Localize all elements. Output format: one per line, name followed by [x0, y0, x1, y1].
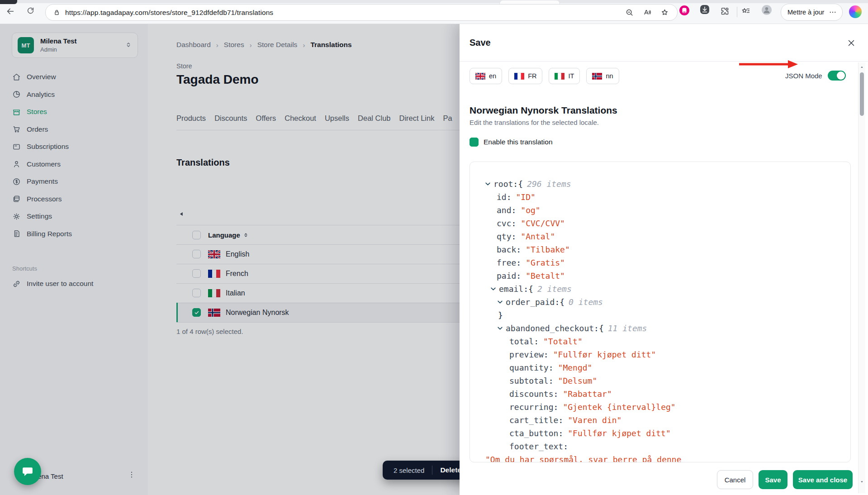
json-key: preview [509, 348, 544, 361]
locale-chip-fr[interactable]: FR [508, 68, 542, 84]
uk-flag-icon [475, 73, 485, 80]
translations-drawer: Save en FR IT nn JSON Mode [460, 24, 868, 495]
json-key: qty [497, 230, 512, 243]
json-key: and [497, 204, 512, 217]
annotation-arrow [738, 59, 799, 69]
tab-strip [0, 0, 868, 3]
json-key: total [509, 335, 534, 348]
toolbar-divider [737, 7, 737, 17]
json-key: email [499, 282, 523, 295]
json-value: "CVC/CVV" [521, 217, 565, 230]
browser-toolbar: https://app.tagadapay.com/stores/store_9… [0, 0, 868, 24]
locale-chips: en FR IT nn [470, 68, 619, 84]
json-tree-line: back: "Tilbake" [481, 243, 681, 256]
refresh-icon[interactable] [26, 6, 35, 15]
json-tree-line: cvc: "CVC/CVV" [481, 217, 681, 230]
more-options-icon[interactable] [829, 8, 837, 16]
json-tree-line: abandoned_checkout:{ 11 items [481, 322, 681, 335]
json-key: abandoned_checkout [506, 322, 594, 335]
scroll-down-icon[interactable] [860, 480, 864, 484]
locale-chip-it[interactable]: IT [549, 68, 580, 84]
scroll-up-icon[interactable] [860, 65, 864, 69]
toggle-knob [837, 71, 845, 80]
copilot-icon[interactable] [849, 5, 862, 18]
drawer-title: Save [470, 38, 491, 48]
locale-code: en [489, 72, 496, 80]
panel-scrollbar[interactable] [858, 62, 865, 493]
save-and-close-button[interactable]: Save and close [793, 470, 853, 489]
json-tree-line: cta_button: "Fullfør kjøpet ditt" [481, 427, 681, 440]
browser-update-button[interactable]: Mettre à jour [781, 4, 843, 21]
json-tree-line: id: "ID" [481, 190, 681, 204]
cancel-button[interactable]: Cancel [717, 470, 753, 489]
json-value: "Rabattar" [563, 387, 612, 400]
enable-translation-label: Enable this translation [484, 138, 553, 146]
zoom-out-icon[interactable] [625, 8, 634, 17]
json-tree-line: free: "Gratis" [481, 256, 681, 269]
lock-icon[interactable] [53, 9, 61, 16]
json-close-brace: } [498, 309, 503, 322]
tree-collapse-icon[interactable] [484, 181, 491, 187]
json-item-count: 2 items [537, 282, 572, 295]
save-button[interactable]: Save [759, 470, 787, 489]
enable-translation-checkbox[interactable] [470, 138, 479, 147]
screen: https://app.tagadapay.com/stores/store_9… [0, 0, 868, 495]
json-key: id [497, 190, 507, 204]
json-tree-line: recurring: "Gjentek {interval}leg" [481, 400, 681, 414]
json-value: "Fullfør kjøpet ditt" [568, 427, 671, 440]
browser-profile-avatar[interactable] [762, 5, 772, 15]
url-text[interactable]: https://app.tagadapay.com/stores/store_9… [65, 9, 273, 17]
browser-update-label: Mettre à jour [787, 9, 824, 16]
locale-code: nn [606, 72, 613, 80]
tree-collapse-icon[interactable] [497, 325, 503, 332]
json-key: discounts [509, 387, 554, 400]
tree-collapse-icon[interactable] [497, 299, 503, 305]
json-mode-toggle[interactable] [828, 71, 846, 81]
json-tree-line: } [481, 309, 681, 322]
tree-collapse-icon[interactable] [490, 286, 497, 292]
extension-pink-icon[interactable] [679, 5, 689, 15]
close-icon[interactable] [846, 38, 856, 48]
json-value: "Om du har spørsmål, svar berre på denne [485, 453, 681, 462]
json-key: quantity [509, 361, 549, 374]
back-icon[interactable] [5, 6, 15, 16]
locale-chip-en[interactable]: en [470, 68, 502, 84]
json-editor-card: root:{ 296 itemsid: "ID"and: "og"cvc: "C… [470, 162, 851, 462]
json-value: "Gjentek {interval}leg" [563, 400, 675, 414]
json-value: "Betalt" [526, 269, 565, 282]
drawer-footer: Cancel Save Save and close [460, 470, 853, 489]
json-tree-line: root:{ 296 items [481, 177, 681, 190]
it-flag-icon [555, 73, 564, 80]
json-tree-line: preview: "Fullfør kjøpet ditt" [481, 348, 681, 361]
no-flag-icon [592, 73, 602, 80]
locale-chip-nn[interactable]: nn [586, 68, 619, 84]
json-key: footer_text [509, 440, 563, 453]
address-bar[interactable]: https://app.tagadapay.com/stores/store_9… [45, 4, 678, 21]
delete-button[interactable]: Delete [440, 466, 461, 474]
json-key: cta_button [509, 427, 558, 440]
json-value: "Tilbake" [526, 243, 570, 256]
scrollbar-thumb[interactable] [860, 72, 864, 116]
tab-fragment-light [499, 0, 560, 4]
json-mode-control: JSON Mode [785, 68, 846, 83]
json-tree-line: paid: "Betalt" [481, 269, 681, 282]
json-key: root [493, 177, 513, 190]
json-value: "Delsum" [558, 374, 598, 387]
collections-icon[interactable] [741, 6, 750, 16]
extensions-puzzle-icon[interactable] [720, 6, 730, 16]
locale-subheading: Edit the translations for the selected l… [470, 119, 599, 126]
json-value: "Mengd" [558, 361, 593, 374]
json-mode-label: JSON Mode [785, 72, 822, 80]
json-value: "Gratis" [526, 256, 565, 269]
fr-flag-icon [514, 73, 524, 80]
json-value: "Fullfør kjøpet ditt" [553, 348, 656, 361]
chat-launcher[interactable] [14, 458, 41, 485]
json-tree-line: qty: "Antal" [481, 230, 681, 243]
json-key: free [497, 256, 516, 269]
read-aloud-icon[interactable] [643, 8, 651, 17]
json-key: recurring [509, 400, 554, 414]
toast-selected-count: 2 selected [394, 466, 424, 474]
json-tree: root:{ 296 itemsid: "ID"and: "og"cvc: "C… [481, 177, 681, 462]
extension-dark-icon[interactable] [700, 5, 709, 14]
favorite-star-icon[interactable] [660, 8, 669, 17]
